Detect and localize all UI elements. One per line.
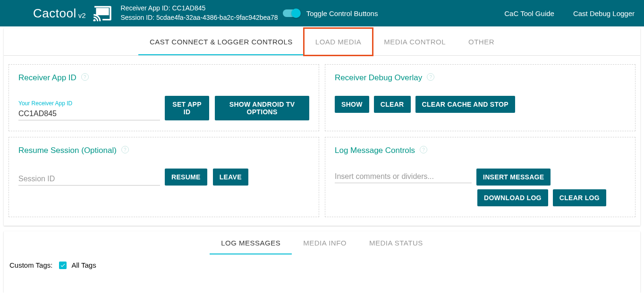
resume-session-panel: Resume Session (Optional) ? RESUME LEAVE: [8, 137, 319, 217]
session-id-input[interactable]: [18, 173, 160, 186]
log-tabs: LOG MESSAGES MEDIA INFO MEDIA STATUS: [4, 231, 640, 254]
show-android-tv-options-button[interactable]: SHOW ANDROID TV OPTIONS: [215, 96, 309, 120]
session-id-value: 5cdae4fa-32aa-4386-ba2c-9fac942bea78: [156, 14, 278, 21]
receiver-id-value: CC1AD845: [172, 4, 205, 12]
toggle-control-buttons[interactable]: [283, 9, 300, 17]
help-icon[interactable]: ?: [420, 146, 427, 153]
tab-load-media[interactable]: LOAD MEDIA: [304, 28, 373, 55]
log-message-controls-panel: Log Message Controls ? INSERT MESSAGE DO…: [325, 137, 636, 217]
receiver-id-label: Receiver App ID:: [121, 4, 170, 12]
clear-log-button[interactable]: CLEAR LOG: [553, 189, 606, 206]
app-id-input-label: Your Receiver App ID: [18, 100, 160, 107]
session-id-label: Session ID:: [121, 14, 155, 21]
insert-message-button[interactable]: INSERT MESSAGE: [476, 169, 551, 186]
svg-point-1: [93, 19, 95, 21]
all-tags-label: All Tags: [71, 261, 96, 269]
clear-button[interactable]: CLEAR: [374, 96, 411, 113]
tab-content: Receiver App ID ? Your Receiver App ID S…: [4, 56, 640, 226]
svg-rect-0: [96, 8, 109, 15]
all-tags-checkbox[interactable]: [59, 262, 67, 269]
main-controls-card: CAST CONNECT & LOGGER CONTROLS LOAD MEDI…: [4, 28, 640, 226]
clear-cache-stop-button[interactable]: CLEAR CACHE AND STOP: [415, 96, 515, 113]
leave-button[interactable]: LEAVE: [213, 169, 248, 186]
logo-version: v2: [78, 11, 86, 19]
tab-log-messages[interactable]: LOG MESSAGES: [210, 231, 292, 254]
toggle-label: Toggle Control Buttons: [306, 9, 378, 17]
panel-title: Resume Session (Optional): [18, 146, 117, 155]
cast-icon: [93, 5, 112, 21]
log-comment-input[interactable]: [335, 170, 472, 183]
tab-media-status[interactable]: MEDIA STATUS: [358, 231, 434, 254]
log-card: LOG MESSAGES MEDIA INFO MEDIA STATUS Cus…: [4, 231, 640, 293]
panel-title: Log Message Controls: [335, 146, 415, 155]
tab-media-info[interactable]: MEDIA INFO: [292, 231, 358, 254]
receiver-app-id-panel: Receiver App ID ? Your Receiver App ID S…: [8, 64, 319, 131]
custom-tags-row: Custom Tags: All Tags: [4, 254, 640, 293]
help-icon[interactable]: ?: [81, 73, 89, 81]
app-id-input[interactable]: [18, 108, 160, 120]
resume-button[interactable]: RESUME: [165, 169, 207, 186]
tab-cast-connect[interactable]: CAST CONNECT & LOGGER CONTROLS: [138, 28, 304, 55]
app-logo: Cactool v2: [33, 5, 112, 21]
panel-title: Receiver App ID: [18, 73, 76, 83]
show-button[interactable]: SHOW: [335, 96, 369, 113]
download-log-button[interactable]: DOWNLOAD LOG: [477, 189, 548, 206]
custom-tags-label: Custom Tags:: [9, 261, 52, 269]
toggle-control-buttons-section: Toggle Control Buttons: [283, 9, 378, 17]
help-icon[interactable]: ?: [427, 73, 434, 81]
app-header: Cactool v2 Receiver App ID: CC1AD845 Ses…: [0, 0, 644, 26]
session-info: Receiver App ID: CC1AD845 Session ID: 5c…: [121, 4, 278, 22]
panel-title: Receiver Debug Overlay: [335, 73, 422, 83]
receiver-debug-overlay-panel: Receiver Debug Overlay ? SHOW CLEAR CLEA…: [325, 64, 636, 131]
cast-debug-logger-link[interactable]: Cast Debug Logger: [573, 9, 635, 17]
help-icon[interactable]: ?: [121, 146, 129, 153]
tab-other[interactable]: OTHER: [457, 28, 506, 55]
main-tabs: CAST CONNECT & LOGGER CONTROLS LOAD MEDI…: [4, 28, 640, 56]
cac-tool-guide-link[interactable]: CaC Tool Guide: [504, 9, 554, 17]
set-app-id-button[interactable]: SET APP ID: [165, 96, 209, 120]
tab-media-control[interactable]: MEDIA CONTROL: [373, 28, 457, 55]
logo-text: Cactool: [33, 6, 76, 21]
